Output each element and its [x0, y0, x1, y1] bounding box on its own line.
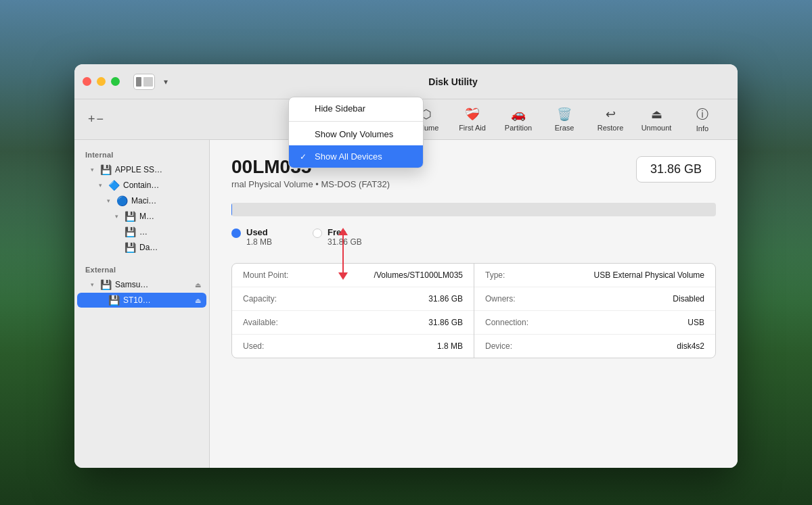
chevron-icon: ▾ — [91, 166, 99, 173]
drive-icon: 💾 — [125, 211, 136, 222]
info-row-connection: Connection: USB — [474, 311, 715, 335]
info-col-right: Type: USB External Physical Volume Owner… — [474, 264, 715, 358]
info-icon: ⓘ — [696, 106, 708, 122]
volume-icon: 🔵 — [116, 195, 128, 206]
main-window: ▾ Disk Utility + − ⬡ Volume ❤️‍🩹 First A… — [74, 64, 738, 468]
sidebar-item-label: Maci… — [131, 196, 201, 206]
firstaid-button[interactable]: ❤️‍🩹 First Aid — [451, 103, 494, 137]
info-row-used: Used: 1.8 MB — [232, 335, 474, 358]
sidebar-item-label: M… — [139, 212, 201, 221]
sidebar-item-data[interactable]: 💾 Da… — [77, 240, 206, 255]
drive-icon: 💾 — [108, 295, 120, 306]
content-area: Internal ▾ 💾 APPLE SS… ▾ 🔷 Contain… ▾ 🔵 … — [74, 140, 738, 468]
dropdown-hide-sidebar[interactable]: Hide Sidebar — [289, 97, 423, 120]
info-row-owners: Owners: Disabled — [474, 287, 715, 311]
sidebar: Internal ▾ 💾 APPLE SS… ▾ 🔷 Contain… ▾ 🔵 … — [74, 140, 210, 468]
chevron-icon: ▾ — [115, 213, 123, 220]
sidebar-toggle-icon — [136, 77, 153, 87]
sidebar-item-apple-ss[interactable]: ▾ 💾 APPLE SS… — [77, 162, 206, 177]
free-dot — [313, 229, 322, 238]
erase-icon: 🗑️ — [557, 107, 572, 122]
view-options-chevron[interactable]: ▾ — [160, 76, 171, 87]
firstaid-icon: ❤️‍🩹 — [465, 107, 480, 122]
unmount-button[interactable]: ⏏ Unmount — [635, 103, 678, 137]
free-legend-item: Free 31.86 GB — [313, 227, 362, 247]
info-row-type: Type: USB External Physical Volume — [474, 264, 715, 287]
erase-button[interactable]: 🗑️ Erase — [543, 103, 586, 137]
used-legend-item: Used 1.8 MB — [231, 227, 272, 247]
unmount-icon: ⏏ — [651, 107, 662, 122]
close-button[interactable] — [83, 77, 91, 86]
titlebar: ▾ Disk Utility — [74, 64, 738, 99]
main-panel: 00LM035 rnal Physical Volume • MS-DOS (F… — [210, 140, 738, 468]
add-remove-icons: + − — [88, 112, 104, 126]
internal-label: Internal — [74, 148, 209, 162]
remove-icon[interactable]: − — [97, 112, 104, 126]
info-row-device: Device: disk4s2 — [474, 335, 715, 358]
check-icon: ✓ — [300, 152, 309, 162]
traffic-lights — [83, 77, 120, 86]
sidebar-item-samsung[interactable]: ▾ 💾 Samsu… ⏏ — [77, 277, 206, 292]
info-table-grid: Mount Point: /Volumes/ST1000LM035 Capaci… — [232, 264, 715, 358]
chevron-icon: ▾ — [107, 197, 115, 204]
info-row-mount: Mount Point: /Volumes/ST1000LM035 — [232, 264, 474, 287]
disk-size-badge: 31.86 GB — [636, 156, 716, 183]
usage-legend: Used 1.8 MB Free 31.86 GB — [231, 227, 716, 247]
dropdown-show-only-volumes[interactable]: Show Only Volumes — [289, 123, 423, 145]
restore-button[interactable]: ↩ Restore — [589, 103, 632, 137]
dropdown-item-label: Hide Sidebar — [315, 103, 365, 114]
disk-used-fill — [231, 203, 232, 216]
info-row-available: Available: 31.86 GB — [232, 311, 474, 335]
dropdown-item-label: Show Only Volumes — [315, 129, 393, 139]
sidebar-item-label: ST10… — [123, 295, 192, 305]
sidebar-item-label: APPLE SS… — [115, 165, 201, 174]
view-dropdown-menu: Hide Sidebar Show Only Volumes ✓ Show Al… — [288, 97, 424, 168]
drive-icon: 💾 — [125, 226, 136, 237]
container-icon: 🔷 — [108, 180, 120, 191]
free-info: Free 31.86 GB — [328, 227, 362, 247]
chevron-icon: ▾ — [91, 281, 99, 288]
dropdown-divider — [289, 121, 423, 122]
eject-icon: ⏏ — [195, 281, 201, 289]
info-row-capacity: Capacity: 31.86 GB — [232, 287, 474, 311]
external-label: External — [74, 263, 209, 276]
chevron-icon: ▾ — [99, 182, 107, 189]
minimize-button[interactable] — [97, 77, 106, 86]
sidebar-item-st10[interactable]: 💾 ST10… ⏏ — [77, 293, 206, 308]
drive-icon: 💾 — [125, 242, 136, 253]
disk-subtitle: rnal Physical Volume • MS-DOS (FAT32) — [231, 179, 636, 189]
info-button[interactable]: ⓘ Info — [681, 103, 724, 137]
partition-icon: 🚗 — [511, 107, 526, 122]
add-icon[interactable]: + — [88, 112, 95, 126]
sidebar-item-macintosh[interactable]: ▾ 🔵 Maci… — [77, 193, 206, 208]
restore-icon: ↩ — [606, 107, 616, 122]
info-table: Mount Point: /Volumes/ST1000LM035 Capaci… — [231, 263, 716, 358]
add-remove-group: + − — [88, 112, 104, 126]
sidebar-item-label: Samsu… — [115, 280, 192, 289]
sidebar-item-m-sub[interactable]: ▾ 💾 M… — [77, 209, 206, 224]
sidebar-toggle-button[interactable] — [133, 74, 155, 90]
disk-usage-bar — [231, 203, 716, 216]
window-title: Disk Utility — [177, 76, 729, 87]
maximize-button[interactable] — [111, 77, 120, 86]
eject-icon: ⏏ — [195, 297, 201, 304]
info-col-left: Mount Point: /Volumes/ST1000LM035 Capaci… — [232, 264, 474, 358]
sidebar-item-label: … — [139, 227, 201, 237]
sidebar-item-label: Da… — [139, 243, 201, 252]
drive-icon: 💾 — [100, 279, 112, 290]
sidebar-item-label: Contain… — [123, 181, 201, 190]
sidebar-item-dots[interactable]: 💾 … — [77, 224, 206, 239]
used-dot — [231, 229, 241, 238]
partition-button[interactable]: 🚗 Partition — [497, 103, 540, 137]
sidebar-item-container[interactable]: ▾ 🔷 Contain… — [77, 178, 206, 193]
dropdown-item-label: Show All Devices — [315, 151, 382, 162]
used-info: Used 1.8 MB — [246, 227, 272, 247]
dropdown-show-all-devices[interactable]: ✓ Show All Devices — [289, 145, 423, 168]
drive-icon: 💾 — [100, 164, 112, 175]
